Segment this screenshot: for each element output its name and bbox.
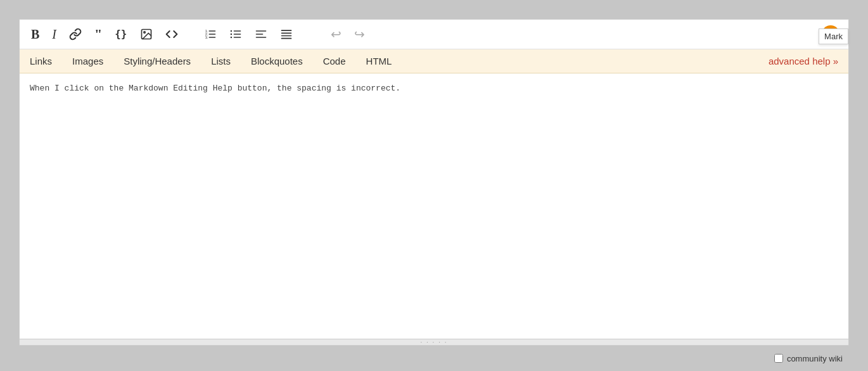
help-link-links[interactable]: Links bbox=[30, 56, 62, 66]
svg-point-13 bbox=[230, 37, 232, 39]
bold-button[interactable]: B bbox=[29, 27, 42, 42]
help-bar: Links Images Styling/Headers Lists Block… bbox=[20, 49, 848, 73]
svg-point-11 bbox=[230, 30, 232, 32]
image-button[interactable] bbox=[137, 27, 155, 42]
bottom-bar: community wiki bbox=[19, 346, 849, 371]
help-link-blockquotes[interactable]: Blockquotes bbox=[241, 56, 313, 66]
redo-button[interactable]: ↪ bbox=[352, 27, 367, 42]
help-link-lists[interactable]: Lists bbox=[201, 56, 241, 66]
resize-dots: · · · · · bbox=[420, 339, 447, 346]
toolbar: B I " {} bbox=[20, 20, 848, 49]
svg-point-1 bbox=[143, 32, 145, 34]
code-inline-button[interactable]: {} bbox=[112, 28, 129, 41]
community-wiki-section: community wiki bbox=[774, 354, 843, 363]
heading-button[interactable] bbox=[252, 27, 270, 42]
advanced-help-link[interactable]: advanced help » bbox=[769, 56, 838, 66]
svg-point-12 bbox=[230, 34, 232, 35]
link-button[interactable] bbox=[67, 27, 84, 42]
community-wiki-checkbox[interactable] bbox=[774, 354, 783, 363]
code-block-button[interactable] bbox=[163, 27, 181, 42]
separator-2 bbox=[305, 28, 318, 41]
community-wiki-label: community wiki bbox=[787, 354, 843, 363]
help-link-styling-headers[interactable]: Styling/Headers bbox=[113, 56, 201, 66]
help-link-code[interactable]: Code bbox=[313, 56, 356, 66]
separator-1 bbox=[191, 28, 191, 41]
help-tooltip: Mark bbox=[819, 28, 848, 44]
unordered-list-button[interactable] bbox=[227, 27, 245, 42]
hr-button[interactable] bbox=[278, 27, 295, 42]
svg-text:3.: 3. bbox=[205, 35, 208, 39]
help-link-images[interactable]: Images bbox=[62, 56, 113, 66]
editor-content: When I click on the Markdown Editing Hel… bbox=[30, 84, 400, 93]
editor-area[interactable]: When I click on the Markdown Editing Hel… bbox=[20, 73, 848, 339]
italic-button[interactable]: I bbox=[49, 27, 59, 42]
blockquote-button[interactable]: " bbox=[92, 26, 105, 42]
editor-container: B I " {} bbox=[19, 19, 849, 346]
help-link-html[interactable]: HTML bbox=[356, 56, 402, 66]
resize-handle[interactable]: · · · · · bbox=[20, 339, 848, 345]
undo-button[interactable]: ↩ bbox=[328, 27, 344, 42]
ordered-list-button[interactable]: 1. 2. 3. bbox=[201, 27, 219, 42]
